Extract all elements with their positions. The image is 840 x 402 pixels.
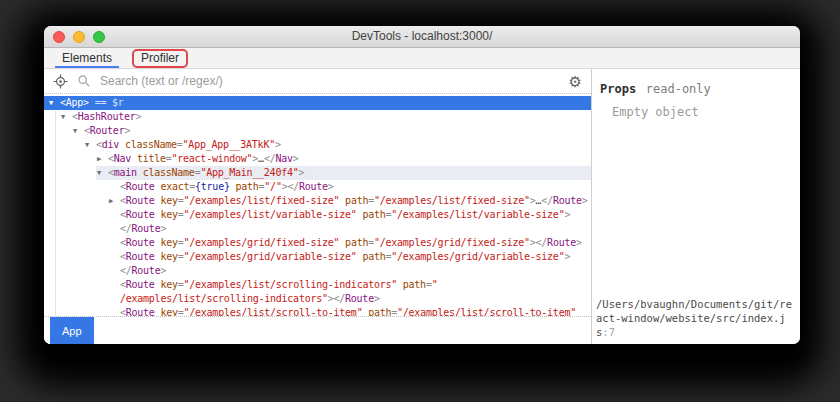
search-input[interactable] bbox=[100, 74, 560, 88]
devtools-body: ⚙ ▼<App> == $r▼<HashRouter>▼<Router>▼<di… bbox=[44, 69, 800, 344]
arrow-spacer bbox=[108, 278, 120, 292]
props-readonly-badge: read-only bbox=[646, 82, 711, 96]
source-path: /Users/bvaughn/Documents/git/react-windo… bbox=[596, 298, 792, 338]
arrow-spacer bbox=[108, 306, 120, 316]
source-line-number: 7 bbox=[609, 326, 615, 338]
breadcrumb-bar: App bbox=[44, 316, 591, 344]
tree-row[interactable]: ▼<Router> bbox=[44, 124, 591, 138]
arrow-spacer bbox=[108, 250, 120, 264]
zoom-button[interactable] bbox=[93, 31, 105, 43]
element-row-code: <Router> bbox=[84, 124, 591, 138]
tree-row[interactable]: ▼<App> == $r bbox=[44, 96, 591, 110]
element-row-code: <Route key="/examples/list/variable-size… bbox=[120, 208, 591, 222]
window-title: DevTools - localhost:3000/ bbox=[44, 26, 800, 47]
arrow-spacer bbox=[108, 180, 120, 194]
tree-row[interactable]: ▼<div className="App_App__3ATkK"> bbox=[44, 138, 591, 152]
element-row-code: <Route exact={true} path="/"></Route> bbox=[120, 180, 591, 194]
element-row-code: <HashRouter> bbox=[72, 110, 591, 124]
element-row-code: /examples/list/scrolling-indicators"></R… bbox=[120, 292, 591, 306]
traffic-lights bbox=[53, 31, 105, 43]
title-bar[interactable]: DevTools - localhost:3000/ bbox=[44, 26, 800, 48]
search-icon bbox=[77, 74, 91, 88]
props-title: Props bbox=[600, 82, 636, 96]
element-row-code: <Route key="/examples/list/fixed-size" p… bbox=[120, 194, 591, 208]
chevron-right-icon[interactable]: ▶ bbox=[96, 152, 108, 166]
tab-elements[interactable]: Elements bbox=[52, 48, 122, 68]
chevron-down-icon[interactable]: ▼ bbox=[84, 138, 96, 152]
element-row-code: </Route> bbox=[120, 222, 591, 236]
arrow-spacer bbox=[108, 292, 120, 306]
tree-row[interactable]: ▼<HashRouter> bbox=[44, 110, 591, 124]
chevron-down-icon[interactable]: ▼ bbox=[60, 110, 72, 124]
tree-row[interactable]: <Route key="/examples/list/variable-size… bbox=[44, 208, 591, 222]
chevron-down-icon[interactable]: ▼ bbox=[48, 96, 60, 110]
chevron-down-icon[interactable]: ▼ bbox=[72, 124, 84, 138]
close-button[interactable] bbox=[53, 31, 65, 43]
arrow-spacer bbox=[108, 208, 120, 222]
devtools-tab-bar: Elements Profiler bbox=[44, 48, 800, 69]
minimize-button[interactable] bbox=[73, 31, 85, 43]
search-toolbar: ⚙ bbox=[44, 69, 591, 94]
tree-row[interactable]: <Route exact={true} path="/"></Route> bbox=[44, 180, 591, 194]
tab-elements-label: Elements bbox=[62, 51, 112, 65]
tree-row[interactable]: ▶<Route key="/examples/list/fixed-size" … bbox=[44, 194, 591, 208]
red-annotation-box: Profiler bbox=[132, 49, 188, 68]
props-header: Props read-only bbox=[600, 78, 792, 97]
element-tree[interactable]: ▼<App> == $r▼<HashRouter>▼<Router>▼<div … bbox=[44, 94, 591, 316]
element-row-code: <div className="App_App__3ATkK"> bbox=[96, 138, 591, 152]
tab-profiler-label: Profiler bbox=[141, 51, 179, 65]
elements-panel: ⚙ ▼<App> == $r▼<HashRouter>▼<Router>▼<di… bbox=[44, 69, 592, 344]
element-row-code: <Route key="/examples/grid/fixed-size" p… bbox=[120, 236, 591, 250]
tree-row[interactable]: </Route> bbox=[44, 264, 591, 278]
element-row-code: </Route> bbox=[120, 264, 591, 278]
source-location[interactable]: /Users/bvaughn/Documents/git/react-windo… bbox=[592, 297, 800, 344]
breadcrumb-app[interactable]: App bbox=[50, 317, 94, 344]
arrow-spacer bbox=[108, 236, 120, 250]
element-row-code: <Route key="/examples/list/scroll-to-ite… bbox=[120, 306, 591, 316]
element-row-code: <main className="App_Main__240f4"> bbox=[108, 166, 591, 180]
settings-gear-icon[interactable]: ⚙ bbox=[569, 74, 582, 89]
tab-profiler[interactable]: Profiler bbox=[122, 48, 198, 68]
tree-row[interactable]: <Route key="/examples/list/scroll-to-ite… bbox=[44, 306, 591, 316]
props-section: Props read-only Empty object bbox=[592, 69, 800, 297]
element-row-code: <Route key="/examples/grid/variable-size… bbox=[120, 250, 591, 264]
tree-row[interactable]: <Route key="/examples/grid/variable-size… bbox=[44, 250, 591, 264]
tree-row[interactable]: <Route key="/examples/list/scrolling-ind… bbox=[44, 278, 591, 292]
props-panel: Props read-only Empty object /Users/bvau… bbox=[592, 69, 800, 344]
devtools-window: DevTools - localhost:3000/ Elements Prof… bbox=[44, 26, 800, 344]
tree-row[interactable]: </Route> bbox=[44, 222, 591, 236]
element-row-code: <App> == $r bbox=[60, 96, 591, 110]
element-row-code: <Nav title="react-window">…</Nav> bbox=[108, 152, 591, 166]
tree-row[interactable]: ▼<main className="App_Main__240f4"> bbox=[44, 166, 591, 180]
tree-row[interactable]: ▶<Nav title="react-window">…</Nav> bbox=[44, 152, 591, 166]
element-row-code: <Route key="/examples/list/scrolling-ind… bbox=[120, 278, 591, 292]
props-empty-value: Empty object bbox=[600, 105, 792, 119]
arrow-spacer bbox=[108, 264, 120, 278]
arrow-spacer bbox=[108, 222, 120, 236]
inspect-element-icon[interactable] bbox=[53, 74, 68, 89]
tree-row[interactable]: /examples/list/scrolling-indicators"></R… bbox=[44, 292, 591, 306]
chevron-down-icon[interactable]: ▼ bbox=[96, 166, 108, 180]
chevron-right-icon[interactable]: ▶ bbox=[108, 194, 120, 208]
tree-row[interactable]: <Route key="/examples/grid/fixed-size" p… bbox=[44, 236, 591, 250]
